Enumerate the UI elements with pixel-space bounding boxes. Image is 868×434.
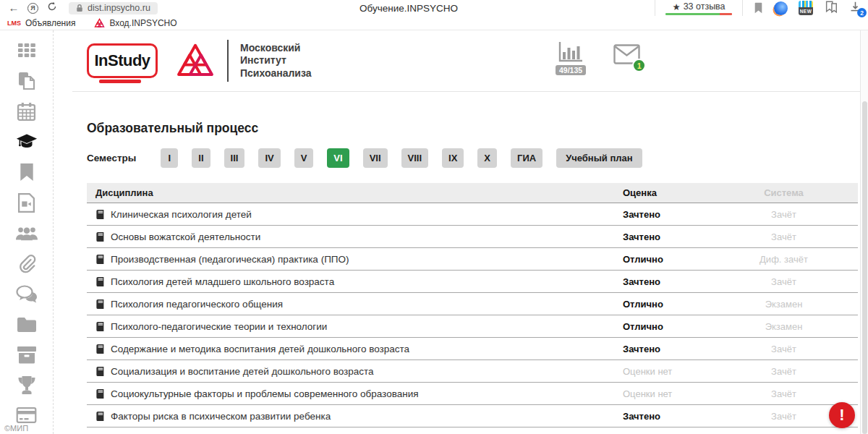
semester-tab-9[interactable]: IX xyxy=(442,148,464,168)
sidebar-item-education[interactable] xyxy=(16,131,38,153)
refresh-icon xyxy=(47,1,57,12)
table-row[interactable]: Психология детей младшего школьного возр… xyxy=(87,271,858,293)
progress-stats-button[interactable]: 49/135 xyxy=(556,41,586,75)
bookmark-item-login[interactable]: Вход.INPSYCHO xyxy=(94,18,176,28)
table-row[interactable]: Психология педагогического общения Отлич… xyxy=(87,293,858,315)
book-icon xyxy=(95,389,105,399)
table-row[interactable]: Производственная (педагогическая) практи… xyxy=(87,248,858,271)
mail-count-badge: 1 xyxy=(632,59,646,72)
grading-system: Зачёт xyxy=(710,388,858,399)
grading-system: Зачёт xyxy=(710,276,858,287)
scrollbar-thumb[interactable] xyxy=(862,101,867,434)
institute-name: Московский Институт Психоанализа xyxy=(240,42,312,79)
sidebar-item-achievements[interactable] xyxy=(16,374,38,396)
table-header: Дисциплина Оценка Система xyxy=(87,183,858,203)
site-reviews-widget[interactable]: ★ 33 отзыва xyxy=(655,0,743,16)
semester-tab-3[interactable]: III xyxy=(224,148,245,168)
yandex-icon[interactable]: Я xyxy=(27,3,38,14)
lms-favicon: LMS xyxy=(7,20,21,27)
back-button[interactable]: ← xyxy=(4,0,23,16)
sidebar-item-files[interactable] xyxy=(16,313,38,335)
discipline-name: Психология педагогического общения xyxy=(111,299,283,310)
alert-notification-button[interactable]: ! xyxy=(829,402,855,428)
curriculum-plan-button[interactable]: Учебный план xyxy=(556,148,642,168)
downloads-button[interactable]: 2 xyxy=(849,1,864,15)
semester-tab-1[interactable]: I xyxy=(161,148,178,168)
bookmark-icon xyxy=(19,163,35,182)
lock-icon xyxy=(76,4,83,12)
bookmark-label: Объявления xyxy=(25,18,75,28)
discipline-name: Психология детей младшего школьного возр… xyxy=(111,276,334,287)
grade-value: Отлично xyxy=(623,321,710,332)
bookmark-flag-button[interactable] xyxy=(754,2,763,14)
semester-tab-4[interactable]: IV xyxy=(258,148,280,168)
collections-button[interactable] xyxy=(824,0,838,17)
discipline-name: Производственная (педагогическая) практи… xyxy=(111,254,349,265)
new-extension-art xyxy=(799,1,813,7)
instudy-logo[interactable]: InStudy xyxy=(87,43,158,78)
sidebar-item-messages[interactable] xyxy=(16,283,38,305)
grade-value: Оценки нет xyxy=(623,366,710,377)
book-icon xyxy=(95,210,105,219)
sidebar-item-documents[interactable] xyxy=(16,70,38,92)
instudy-logo-text: InStudy xyxy=(94,51,150,70)
progress-badge: 49/135 xyxy=(556,65,586,75)
semester-tab-gia[interactable]: ГИА xyxy=(511,148,542,168)
semester-tab-6-active[interactable]: VI xyxy=(327,148,349,168)
column-discipline: Дисциплина xyxy=(95,187,623,198)
bar-chart-icon xyxy=(558,41,584,63)
discipline-name: Психолого-педагогические теории и технол… xyxy=(111,321,327,332)
refresh-button[interactable] xyxy=(43,0,61,16)
table-row[interactable]: Клиническая психология детей Зачтено Зач… xyxy=(87,203,858,226)
semesters-label: Семестры xyxy=(87,153,136,163)
semester-tab-7[interactable]: VII xyxy=(363,148,388,168)
sidebar-item-attachments[interactable] xyxy=(16,252,38,274)
browser-extension-icon[interactable] xyxy=(774,1,788,15)
sidebar-item-video-lectures[interactable] xyxy=(16,192,38,213)
discipline-name: Социализация и воспитание детей дошкольн… xyxy=(111,366,374,377)
table-row[interactable]: Содержание и методика воспитания детей д… xyxy=(87,338,858,360)
paperclip-icon xyxy=(17,254,36,273)
page-scrollbar[interactable] xyxy=(860,30,868,434)
calendar-icon xyxy=(17,102,36,122)
table-row[interactable]: Социализация и воспитание детей дошкольн… xyxy=(87,360,858,383)
table-row[interactable]: Факторы риска в психическом развитии реб… xyxy=(87,405,858,427)
grid-icon xyxy=(17,42,36,59)
table-row[interactable]: Основы вожатской деятельности Зачтено За… xyxy=(87,226,858,248)
new-badge: NEW xyxy=(799,7,813,15)
book-icon xyxy=(95,412,105,421)
table-row[interactable]: Социокультурные факторы и проблемы совре… xyxy=(87,383,858,405)
semester-tab-8[interactable]: VIII xyxy=(401,148,429,168)
grading-system: Зачёт xyxy=(710,231,858,242)
app-header: InStudy Московский Институт Психоанализа xyxy=(72,30,860,92)
grading-system: Экзамен xyxy=(710,321,858,332)
address-bar[interactable]: dist.inpsycho.ru xyxy=(69,2,158,14)
sidebar-item-calendar[interactable] xyxy=(16,101,38,122)
mail-button[interactable]: 1 xyxy=(613,44,640,67)
grading-system: Зачёт xyxy=(710,366,858,377)
column-grade: Оценка xyxy=(623,187,710,198)
column-system: Система xyxy=(710,187,858,198)
reviews-count: 33 отзыва xyxy=(684,1,726,12)
trophy-icon xyxy=(17,375,36,395)
semester-tab-2[interactable]: II xyxy=(192,148,210,168)
table-row[interactable]: Психолого-педагогические теории и технол… xyxy=(87,315,858,338)
institute-name-line: Московский xyxy=(240,42,312,54)
page-title: Образовательный процесс xyxy=(87,121,860,136)
chat-icon xyxy=(16,285,38,303)
credit-card-icon xyxy=(16,407,37,423)
book-icon xyxy=(95,299,105,309)
bookmark-item-ads[interactable]: LMS Объявления xyxy=(7,18,75,28)
sidebar-item-payments[interactable] xyxy=(16,404,38,426)
sidebar-item-archive[interactable] xyxy=(16,344,38,365)
semester-tab-10[interactable]: X xyxy=(477,148,497,168)
semester-tabs: Семестры I II III IV V VI VII VIII IX X … xyxy=(87,148,860,168)
sidebar-item-apps-grid[interactable] xyxy=(16,40,38,61)
sidebar-item-bookmarks[interactable] xyxy=(16,161,38,183)
grading-system: Экзамен xyxy=(710,299,858,310)
sidebar-item-groups[interactable] xyxy=(16,222,38,244)
new-extension-button[interactable]: NEW xyxy=(799,1,813,15)
app-sidebar xyxy=(0,30,54,434)
grade-value: Зачтено xyxy=(623,231,710,242)
semester-tab-5[interactable]: V xyxy=(294,148,314,168)
